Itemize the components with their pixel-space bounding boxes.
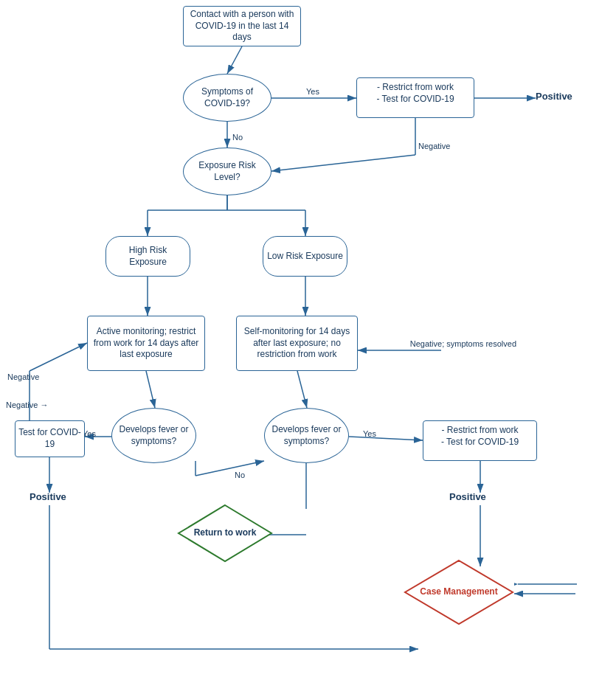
high-risk-node: High Risk Exposure [105,236,190,277]
exposure-risk-node: Exposure Risk Level? [183,148,271,195]
svg-line-2 [227,46,242,74]
no-right-label: No [235,471,245,479]
symptoms-node: Symptoms of COVID-19? [183,74,271,122]
flowchart: Contact with a person with COVID-19 in t… [0,0,616,680]
restrict-test-1-node: - Restrict from work - Test for COVID-19 [356,77,474,118]
case-management-node: Case Management [404,559,514,625]
negative2-label: Negative → [6,400,48,409]
negative-left-label: Negative [7,372,39,381]
develops-right-node: Develops fever or symptoms? [264,408,349,463]
svg-line-16 [146,371,155,408]
return-work-node: Return to work [177,504,273,563]
yes1-label: Yes [306,87,319,96]
svg-line-17 [297,371,307,408]
test-covid-node: Test for COVID-19 [15,420,85,457]
no1-label: No [232,133,243,142]
active-monitoring-node: Active monitoring; restrict from work fo… [87,316,205,371]
positive2-label: Positive [30,491,66,502]
svg-line-21 [349,437,423,440]
svg-line-20 [195,461,264,476]
develops-left-node: Develops fever or symptoms? [111,408,196,463]
positive1-label: Positive [536,91,572,102]
negative-resolved-label: Negative; symptoms resolved [391,339,516,348]
yes-right-label: Yes [363,429,376,438]
self-monitoring-node: Self-monitoring for 14 days after last e… [236,316,358,371]
start-node: Contact with a person with COVID-19 in t… [183,6,301,46]
right-arrow-svg [514,575,581,594]
restrict-test-2-node: - Restrict from work - Test for COVID-19 [423,420,537,461]
svg-line-31 [30,343,87,371]
positive3-label: Positive [449,491,486,502]
low-risk-node: Low Risk Exposure [263,236,347,277]
svg-line-6 [271,155,415,171]
negative1-label: Negative [418,142,450,150]
